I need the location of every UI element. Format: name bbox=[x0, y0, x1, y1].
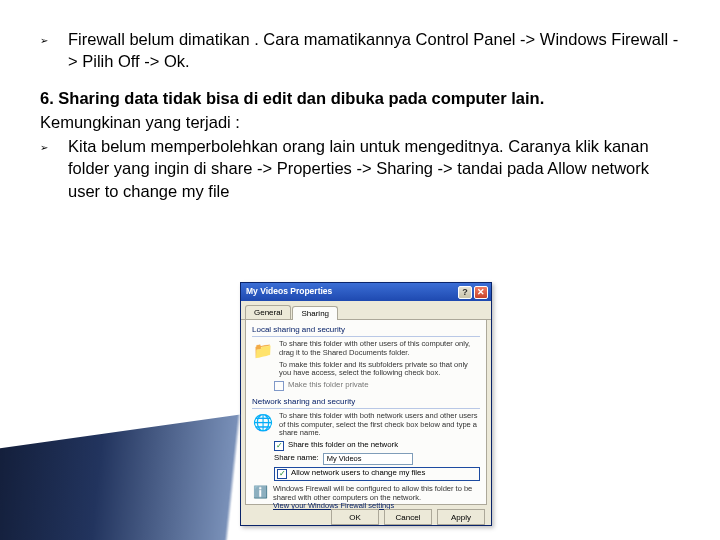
tab-general[interactable]: General bbox=[245, 305, 291, 319]
input-share-name[interactable]: My Videos bbox=[323, 453, 413, 465]
help-button[interactable]: ? bbox=[458, 286, 472, 299]
label-allow-change: Allow network users to change my files bbox=[291, 469, 425, 478]
label-make-private: Make this folder private bbox=[288, 381, 369, 390]
checkbox-make-private bbox=[274, 381, 284, 391]
close-button[interactable]: ✕ bbox=[474, 286, 488, 299]
decorative-wedge bbox=[0, 406, 300, 540]
section-heading-6: 6. Sharing data tidak bisa di edit dan d… bbox=[40, 87, 680, 109]
paragraph-firewall: Firewall belum dimatikan . Cara mamatika… bbox=[68, 28, 680, 73]
bullet-arrow: ➢ bbox=[40, 135, 68, 202]
group-network-title: Network sharing and security bbox=[252, 397, 480, 406]
firewall-warning: Windows Firewall will be configured to a… bbox=[273, 485, 480, 502]
local-desc-2: To make this folder and its subfolders p… bbox=[279, 361, 480, 378]
hand-folder-icon: 📁 bbox=[252, 340, 274, 362]
tab-sharing[interactable]: Sharing bbox=[292, 306, 338, 320]
cancel-button[interactable]: Cancel bbox=[384, 509, 432, 525]
label-share-folder: Share this folder on the network bbox=[288, 441, 398, 450]
titlebar[interactable]: My Videos Properties ? ✕ bbox=[241, 283, 491, 301]
group-local-title: Local sharing and security bbox=[252, 325, 480, 334]
network-desc: To share this folder with both network u… bbox=[279, 412, 480, 438]
bullet-arrow: ➢ bbox=[40, 28, 68, 73]
ok-button[interactable]: OK bbox=[331, 509, 379, 525]
dialog-title: My Videos Properties bbox=[246, 287, 332, 297]
local-desc-1: To share this folder with other users of… bbox=[279, 340, 480, 357]
paragraph-sharing: Kita belum memperbolehkan orang lain unt… bbox=[68, 135, 680, 202]
apply-button[interactable]: Apply bbox=[437, 509, 485, 525]
subheading: Kemungkinan yang terjadi : bbox=[40, 111, 680, 133]
